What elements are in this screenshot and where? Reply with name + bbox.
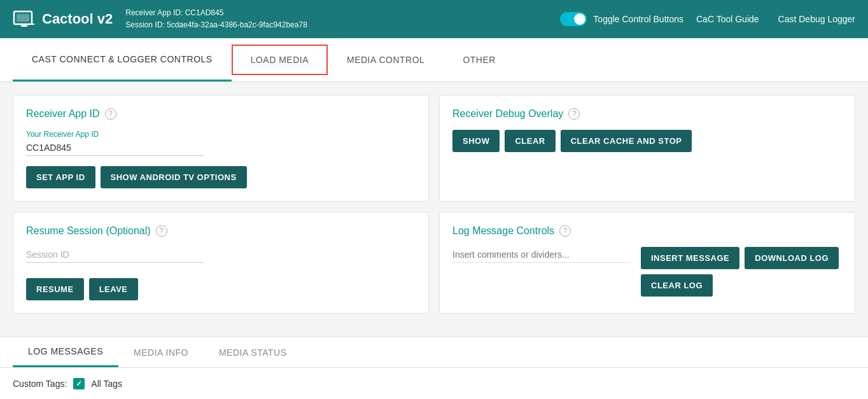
log-controls-buttons: INSERT MESSAGE DOWNLOAD LOG CLEAR LOG	[641, 247, 839, 297]
receiver-debug-title: Receiver Debug Overlay ?	[452, 108, 842, 120]
receiver-debug-buttons: SHOW CLEAR CLEAR CACHE AND STOP	[452, 130, 842, 152]
all-tags-label: All Tags	[91, 379, 122, 389]
cast-debug-logger-link[interactable]: Cast Debug Logger	[778, 14, 855, 24]
log-message-controls-title: Log Message Controls ?	[452, 225, 842, 237]
leave-button[interactable]: LEAVE	[89, 278, 138, 300]
resume-session-help-icon[interactable]: ?	[156, 225, 167, 237]
clear-log-button[interactable]: CLEAR LOG	[641, 274, 713, 297]
resume-session-panel: Resume Session (Optional) ? RESUME LEAVE	[13, 212, 429, 314]
svg-rect-1	[17, 14, 29, 22]
header-links: CaC Tool Guide Cast Debug Logger	[696, 14, 855, 24]
receiver-app-id-value: CC1AD845	[26, 140, 204, 156]
clear-debug-button[interactable]: CLEAR	[505, 130, 555, 152]
log-controls-help-icon[interactable]: ?	[559, 225, 571, 237]
receiver-app-help-icon[interactable]: ?	[105, 108, 116, 120]
main-content: Receiver App ID ? Your Receiver App ID C…	[0, 82, 868, 337]
all-tags-checkbox[interactable]	[73, 378, 85, 389]
log-top-buttons: INSERT MESSAGE DOWNLOAD LOG	[641, 247, 839, 269]
app-header: Cactool v2 Receiver App ID: CC1AD845 Ses…	[0, 0, 868, 38]
toggle-switch[interactable]	[560, 12, 587, 26]
resume-button[interactable]: RESUME	[26, 278, 84, 300]
logo-text: Cactool v2	[42, 11, 113, 27]
tab-cast-connect[interactable]: CAST CONNECT & LOGGER CONTROLS	[13, 38, 232, 81]
custom-tags-label: Custom Tags:	[13, 379, 67, 389]
receiver-app-field-label: Your Receiver App ID	[26, 130, 416, 139]
cac-tool-guide-link[interactable]: CaC Tool Guide	[696, 14, 759, 24]
set-app-id-button[interactable]: SET APP ID	[26, 166, 95, 188]
receiver-app-id-info: Receiver App ID: CC1AD845	[125, 7, 547, 19]
resume-session-title: Resume Session (Optional) ?	[26, 225, 416, 237]
receiver-app-buttons: SET APP ID SHOW ANDROID TV OPTIONS	[26, 166, 416, 188]
receiver-app-id-title: Receiver App ID ?	[26, 108, 416, 120]
log-tab-media-info[interactable]: MEDIA INFO	[118, 337, 204, 367]
tab-other[interactable]: OTHER	[444, 38, 515, 81]
log-nav: LOG MESSAGES MEDIA INFO MEDIA STATUS	[0, 337, 868, 368]
top-panels-row: Receiver App ID ? Your Receiver App ID C…	[13, 95, 855, 202]
insert-message-button[interactable]: INSERT MESSAGE	[641, 247, 739, 269]
receiver-app-id-panel: Receiver App ID ? Your Receiver App ID C…	[13, 95, 429, 202]
show-debug-button[interactable]: SHOW	[452, 130, 500, 152]
log-section: LOG MESSAGES MEDIA INFO MEDIA STATUS Cus…	[0, 337, 868, 399]
tab-load-media[interactable]: LOAD MEDIA	[232, 45, 328, 75]
svg-rect-3	[21, 24, 27, 27]
download-log-button[interactable]: DOWNLOAD LOG	[745, 247, 839, 269]
receiver-debug-help-icon[interactable]: ?	[568, 108, 580, 120]
main-nav: CAST CONNECT & LOGGER CONTROLS LOAD MEDI…	[0, 38, 868, 82]
log-controls-row: INSERT MESSAGE DOWNLOAD LOG CLEAR LOG	[452, 247, 842, 297]
show-android-tv-button[interactable]: SHOW ANDROID TV OPTIONS	[101, 166, 247, 188]
session-id-info: Session ID: 5cdae4fa-32aa-4386-ba2c-9fac…	[125, 19, 547, 31]
clear-cache-stop-button[interactable]: CLEAR CACHE AND STOP	[561, 130, 692, 152]
log-message-controls-panel: Log Message Controls ? INSERT MESSAGE DO…	[439, 212, 855, 314]
cast-logo-icon	[13, 8, 36, 31]
tab-media-control[interactable]: MEDIA CONTROL	[328, 38, 444, 81]
comment-input[interactable]	[452, 247, 631, 263]
logo: Cactool v2	[13, 8, 113, 31]
header-info: Receiver App ID: CC1AD845 Session ID: 5c…	[125, 7, 547, 31]
custom-tags-row: Custom Tags: All Tags	[13, 378, 855, 389]
log-tab-media-status[interactable]: MEDIA STATUS	[204, 337, 302, 367]
receiver-debug-panel: Receiver Debug Overlay ? SHOW CLEAR CLEA…	[439, 95, 855, 202]
session-id-input[interactable]	[26, 247, 204, 263]
log-content: Custom Tags: All Tags	[0, 368, 868, 399]
resume-session-buttons: RESUME LEAVE	[26, 278, 416, 300]
bottom-panels-row: Resume Session (Optional) ? RESUME LEAVE…	[13, 212, 855, 314]
toggle-label: Toggle Control Buttons	[593, 14, 683, 24]
log-tab-messages[interactable]: LOG MESSAGES	[13, 337, 118, 367]
toggle-area[interactable]: Toggle Control Buttons	[560, 12, 683, 26]
